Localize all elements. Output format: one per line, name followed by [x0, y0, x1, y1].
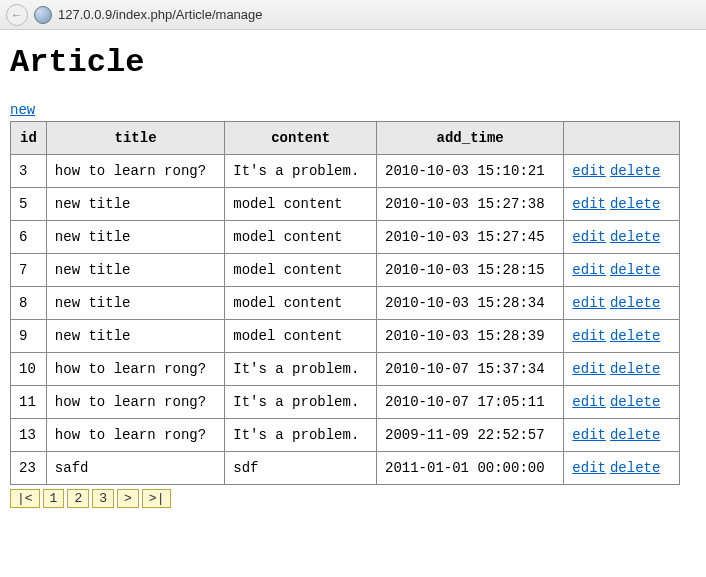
cell-id: 6 [11, 221, 47, 254]
cell-content: model content [225, 254, 377, 287]
edit-link[interactable]: edit [572, 328, 606, 344]
col-add-time: add_time [376, 122, 563, 155]
delete-link[interactable]: delete [610, 262, 660, 278]
cell-add-time: 2010-10-07 17:05:11 [376, 386, 563, 419]
cell-id: 3 [11, 155, 47, 188]
cell-content: It's a problem. [225, 386, 377, 419]
cell-actions: editdelete [564, 386, 680, 419]
table-header-row: id title content add_time [11, 122, 680, 155]
table-row: 5new titlemodel content2010-10-03 15:27:… [11, 188, 680, 221]
edit-link[interactable]: edit [572, 163, 606, 179]
cell-id: 7 [11, 254, 47, 287]
pager-page[interactable]: 1 [43, 489, 65, 508]
pager-last[interactable]: >| [142, 489, 172, 508]
pagination: |< 123 > >| [10, 489, 696, 508]
delete-link[interactable]: delete [610, 229, 660, 245]
cell-content: model content [225, 221, 377, 254]
cell-title: how to learn rong? [46, 386, 224, 419]
col-content: content [225, 122, 377, 155]
address-bar[interactable]: 127.0.0.9/index.php/Article/manage [58, 7, 263, 22]
col-title: title [46, 122, 224, 155]
cell-title: how to learn rong? [46, 155, 224, 188]
cell-add-time: 2010-10-07 15:37:34 [376, 353, 563, 386]
edit-link[interactable]: edit [572, 427, 606, 443]
edit-link[interactable]: edit [572, 460, 606, 476]
cell-add-time: 2011-01-01 00:00:00 [376, 452, 563, 485]
cell-title: new title [46, 254, 224, 287]
table-row: 11how to learn rong?It's a problem.2010-… [11, 386, 680, 419]
cell-content: It's a problem. [225, 419, 377, 452]
delete-link[interactable]: delete [610, 295, 660, 311]
cell-add-time: 2009-11-09 22:52:57 [376, 419, 563, 452]
pager-first[interactable]: |< [10, 489, 40, 508]
cell-title: how to learn rong? [46, 419, 224, 452]
cell-id: 11 [11, 386, 47, 419]
table-row: 3how to learn rong?It's a problem.2010-1… [11, 155, 680, 188]
cell-content: It's a problem. [225, 155, 377, 188]
delete-link[interactable]: delete [610, 460, 660, 476]
col-id: id [11, 122, 47, 155]
cell-title: how to learn rong? [46, 353, 224, 386]
table-row: 13how to learn rong?It's a problem.2009-… [11, 419, 680, 452]
delete-link[interactable]: delete [610, 394, 660, 410]
pager-next[interactable]: > [117, 489, 139, 508]
cell-actions: editdelete [564, 419, 680, 452]
cell-actions: editdelete [564, 254, 680, 287]
back-button[interactable]: ← [6, 4, 28, 26]
new-article-link[interactable]: new [10, 102, 35, 118]
cell-add-time: 2010-10-03 15:28:39 [376, 320, 563, 353]
cell-actions: editdelete [564, 287, 680, 320]
globe-icon [34, 6, 52, 24]
edit-link[interactable]: edit [572, 394, 606, 410]
edit-link[interactable]: edit [572, 262, 606, 278]
col-actions [564, 122, 680, 155]
cell-actions: editdelete [564, 155, 680, 188]
cell-id: 23 [11, 452, 47, 485]
cell-id: 5 [11, 188, 47, 221]
cell-content: sdf [225, 452, 377, 485]
cell-content: model content [225, 287, 377, 320]
edit-link[interactable]: edit [572, 361, 606, 377]
table-row: 9new titlemodel content2010-10-03 15:28:… [11, 320, 680, 353]
delete-link[interactable]: delete [610, 163, 660, 179]
cell-title: new title [46, 188, 224, 221]
cell-add-time: 2010-10-03 15:28:34 [376, 287, 563, 320]
article-table: id title content add_time 3how to learn … [10, 121, 680, 485]
cell-content: model content [225, 320, 377, 353]
edit-link[interactable]: edit [572, 295, 606, 311]
cell-title: new title [46, 287, 224, 320]
pager-page[interactable]: 2 [67, 489, 89, 508]
cell-add-time: 2010-10-03 15:27:38 [376, 188, 563, 221]
delete-link[interactable]: delete [610, 328, 660, 344]
cell-content: It's a problem. [225, 353, 377, 386]
cell-title: new title [46, 221, 224, 254]
table-row: 7new titlemodel content2010-10-03 15:28:… [11, 254, 680, 287]
delete-link[interactable]: delete [610, 196, 660, 212]
cell-add-time: 2010-10-03 15:27:45 [376, 221, 563, 254]
table-row: 6new titlemodel content2010-10-03 15:27:… [11, 221, 680, 254]
cell-actions: editdelete [564, 320, 680, 353]
browser-toolbar: ← 127.0.0.9/index.php/Article/manage [0, 0, 706, 30]
delete-link[interactable]: delete [610, 361, 660, 377]
delete-link[interactable]: delete [610, 427, 660, 443]
page-title: Article [10, 44, 696, 81]
table-row: 10how to learn rong?It's a problem.2010-… [11, 353, 680, 386]
cell-add-time: 2010-10-03 15:10:21 [376, 155, 563, 188]
cell-actions: editdelete [564, 221, 680, 254]
cell-actions: editdelete [564, 452, 680, 485]
cell-content: model content [225, 188, 377, 221]
cell-id: 13 [11, 419, 47, 452]
table-row: 8new titlemodel content2010-10-03 15:28:… [11, 287, 680, 320]
cell-id: 10 [11, 353, 47, 386]
edit-link[interactable]: edit [572, 196, 606, 212]
cell-actions: editdelete [564, 188, 680, 221]
cell-actions: editdelete [564, 353, 680, 386]
pager-page[interactable]: 3 [92, 489, 114, 508]
arrow-left-icon: ← [11, 8, 23, 22]
edit-link[interactable]: edit [572, 229, 606, 245]
table-row: 23safdsdf2011-01-01 00:00:00editdelete [11, 452, 680, 485]
cell-title: new title [46, 320, 224, 353]
cell-add-time: 2010-10-03 15:28:15 [376, 254, 563, 287]
cell-id: 8 [11, 287, 47, 320]
cell-title: safd [46, 452, 224, 485]
